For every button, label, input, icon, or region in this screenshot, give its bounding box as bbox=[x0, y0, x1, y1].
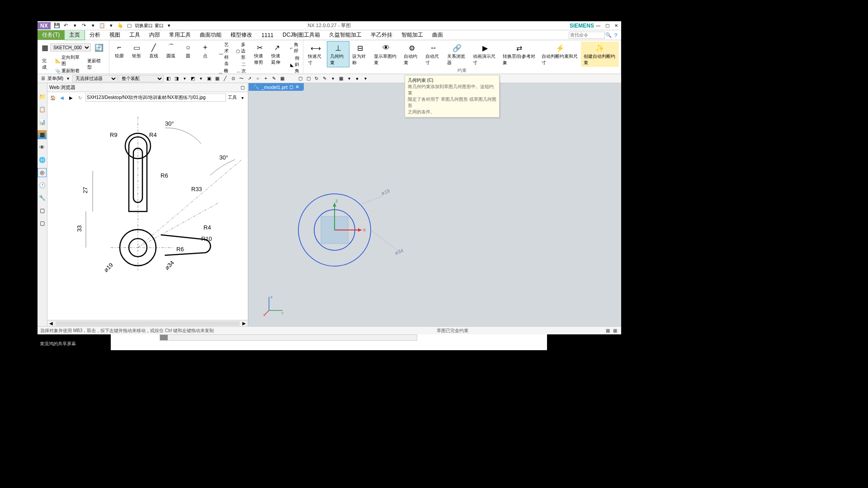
box-icon-1[interactable]: ▢ bbox=[38, 206, 47, 215]
filter-icon-12[interactable]: ○ bbox=[254, 75, 261, 82]
filter-icon-5[interactable]: ▾ bbox=[197, 75, 204, 82]
back-icon[interactable]: ◀ bbox=[58, 94, 66, 101]
address-bar[interactable] bbox=[85, 94, 226, 102]
tool-icon[interactable]: 🔧 bbox=[38, 193, 47, 202]
tools-label[interactable]: 工具 bbox=[228, 94, 237, 101]
sketch-dropdown[interactable]: SKETCH_000 bbox=[50, 43, 91, 52]
panel-close-icon[interactable]: ▢ bbox=[239, 84, 246, 91]
menu-banyi[interactable]: 半乙外挂 bbox=[366, 30, 397, 40]
search-icon[interactable]: 🔍 bbox=[605, 32, 612, 39]
orient-button[interactable]: 📐定向到草图 bbox=[53, 54, 85, 67]
maximize-button[interactable]: ▢ bbox=[603, 22, 611, 29]
filter-icon-22[interactable]: ▾ bbox=[345, 75, 353, 82]
menu-surface[interactable]: 曲面功能 bbox=[195, 30, 226, 40]
help-icon[interactable]: ? bbox=[612, 32, 619, 39]
dropdown-icon[interactable]: ▾ bbox=[165, 22, 173, 29]
filter-icon-7[interactable]: ▦ bbox=[213, 75, 221, 82]
close-button[interactable]: ✕ bbox=[612, 22, 620, 29]
filter-icon-17[interactable]: ▢ bbox=[305, 75, 312, 82]
menu-home[interactable]: 主页 bbox=[64, 30, 85, 40]
dropdown-icon[interactable]: ▾ bbox=[64, 75, 71, 82]
home-icon[interactable]: 🏠 bbox=[49, 94, 57, 101]
menu-analysis[interactable]: 分析 bbox=[85, 30, 105, 40]
filter-icon-16[interactable]: ▢ bbox=[297, 75, 304, 82]
menu-button[interactable]: 菜单(M) bbox=[47, 75, 63, 82]
graphics-viewport[interactable]: 🔧 _model1.prt ◻ ✕ ⌀19 bbox=[249, 83, 621, 326]
spline-button[interactable]: 〰艺术样条 bbox=[217, 41, 231, 67]
window-icon[interactable]: ▢ bbox=[126, 22, 133, 29]
fillet-button[interactable]: ⌐角焊 bbox=[288, 41, 301, 55]
filter-icon-19[interactable]: ✎ bbox=[321, 75, 328, 82]
search-input[interactable] bbox=[569, 32, 605, 39]
save-icon[interactable]: 💾 bbox=[53, 22, 61, 29]
file-tab[interactable]: 🔧 _model1.prt ◻ ✕ bbox=[249, 83, 304, 91]
line-button[interactable]: ╱直线 bbox=[146, 41, 162, 60]
menu-tools[interactable]: 工具 bbox=[125, 30, 145, 40]
filter-icon-2[interactable]: ◨ bbox=[173, 75, 180, 82]
symmetric-button[interactable]: ⊟设为对称 bbox=[349, 42, 371, 67]
menu-1111[interactable]: 1111 bbox=[257, 31, 278, 39]
filter-icon-23[interactable]: ● bbox=[354, 75, 361, 82]
quick-trim-button[interactable]: ✂快速修剪 bbox=[251, 41, 268, 66]
auto-dim-button[interactable]: ↔自动尺寸 bbox=[423, 42, 444, 67]
filter-icon-24[interactable]: ▾ bbox=[362, 75, 369, 82]
convert-ref-button[interactable]: ⇄转换至/自参考对象 bbox=[500, 42, 539, 67]
menu-tasks[interactable]: 任务(T) bbox=[38, 30, 64, 40]
finish-button[interactable]: 完成 bbox=[39, 57, 53, 71]
file-tab-close-icon[interactable]: ✕ bbox=[295, 84, 299, 90]
history-icon[interactable]: ◎ bbox=[38, 168, 47, 177]
filter-icon-10[interactable]: 〜 bbox=[238, 75, 245, 82]
update-model-button[interactable]: 更新模型 bbox=[85, 57, 107, 71]
window-button[interactable]: 窗口 bbox=[155, 22, 164, 29]
create-auto-button[interactable]: ✨创建自动判断约束 bbox=[581, 42, 619, 67]
forward-icon[interactable]: ▶ bbox=[67, 94, 75, 101]
filter-icon-4[interactable]: ◩ bbox=[189, 75, 196, 82]
filter-icon-14[interactable]: ✎ bbox=[270, 75, 278, 82]
navigator-icon[interactable]: 📁 bbox=[38, 92, 47, 101]
visibility-icon[interactable]: 👁 bbox=[38, 143, 47, 152]
clock-icon[interactable]: 🕐 bbox=[38, 181, 47, 190]
filter-icon-13[interactable]: + bbox=[262, 75, 269, 82]
menu-jiuyi[interactable]: 久益智能加工 bbox=[325, 30, 366, 40]
circle-button[interactable]: ○圆 bbox=[180, 41, 196, 60]
menu-common[interactable]: 常用工具 bbox=[165, 30, 195, 40]
redo-icon[interactable]: ↷ bbox=[80, 22, 88, 29]
dropdown-icon[interactable]: ▾ bbox=[239, 94, 246, 101]
auto-constraint-button[interactable]: ⚙自动约束 bbox=[401, 42, 423, 67]
menu-view[interactable]: 视图 bbox=[105, 30, 125, 40]
menu-dcj[interactable]: DCJ制图工具箱 bbox=[278, 30, 325, 40]
filter-icon-21[interactable]: ▦ bbox=[337, 75, 344, 82]
relation-browser-button[interactable]: 🔗关系浏览器 bbox=[444, 42, 470, 67]
update-model-button[interactable]: 🔄 bbox=[91, 41, 107, 54]
dropdown-icon[interactable]: ▾ bbox=[90, 22, 97, 29]
menu-curve[interactable]: 曲面 bbox=[428, 30, 448, 40]
scrollbar[interactable]: ◀ ▶ bbox=[47, 320, 248, 326]
constraint-nav-icon[interactable]: 📊 bbox=[38, 117, 47, 127]
minimize-button[interactable]: — bbox=[594, 22, 602, 29]
filter-icon-15[interactable]: ▦ bbox=[278, 75, 286, 82]
menu-icon[interactable]: ☰ bbox=[39, 75, 47, 82]
filter-icon-9[interactable]: ⊙ bbox=[230, 75, 237, 82]
polygon-button[interactable]: ⬠多边形 bbox=[234, 41, 248, 61]
menu-internal[interactable]: 内部 bbox=[145, 30, 165, 40]
box-icon-2[interactable]: ▢ bbox=[38, 219, 47, 228]
filter-icon-20[interactable]: ▾ bbox=[329, 75, 336, 82]
scroll-right-icon[interactable]: ▶ bbox=[241, 320, 248, 327]
geo-constraint-button[interactable]: ⊥几何约束 bbox=[327, 41, 349, 67]
scroll-left-icon[interactable]: ◀ bbox=[47, 320, 55, 327]
progress-bar[interactable] bbox=[160, 334, 417, 341]
copy-icon[interactable]: 📋 bbox=[99, 22, 106, 29]
show-constraint-button[interactable]: 👁显示草图约束 bbox=[371, 42, 401, 67]
anim-dim-button[interactable]: ▶动画演示尺寸 bbox=[470, 42, 500, 67]
quick-extend-button[interactable]: ↗快速延伸 bbox=[269, 41, 285, 66]
filter-icon-6[interactable]: ▣ bbox=[205, 75, 212, 82]
web-icon[interactable]: 🌐 bbox=[38, 155, 47, 164]
point-button[interactable]: +点 bbox=[197, 41, 213, 60]
switch-window-button[interactable]: 切换窗口 bbox=[135, 22, 153, 29]
reload-icon[interactable]: ↻ bbox=[76, 94, 84, 101]
part-nav-icon[interactable]: 📋 bbox=[38, 105, 47, 114]
filter-icon-11[interactable]: ↗ bbox=[246, 75, 253, 82]
status-icon-2[interactable]: ▦ bbox=[611, 327, 618, 334]
reattach-button[interactable]: 📎重新附着 bbox=[53, 67, 85, 75]
dropdown-icon[interactable]: ▾ bbox=[71, 22, 79, 29]
